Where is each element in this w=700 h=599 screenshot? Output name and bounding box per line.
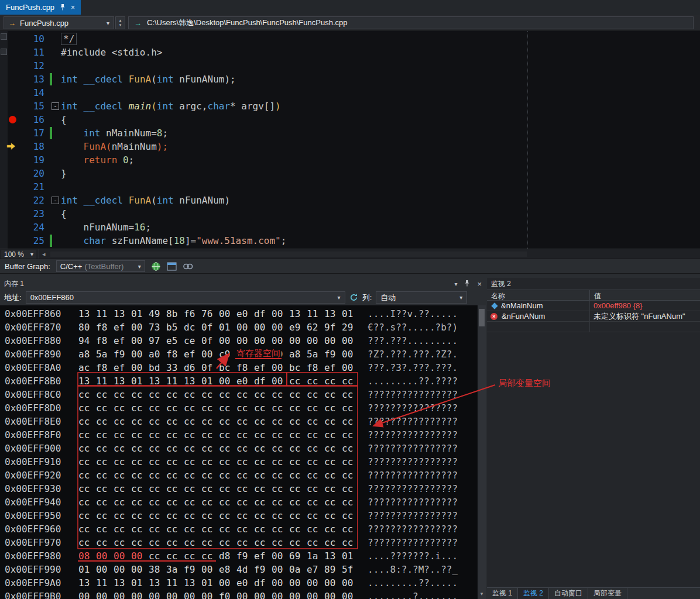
memory-byte[interactable]: cc [201,455,219,469]
memory-byte[interactable]: f8 [236,361,254,374]
memory-byte[interactable]: cc [78,428,96,442]
memory-byte[interactable]: e5 [166,334,184,347]
memory-byte[interactable]: cc [166,522,184,536]
memory-byte[interactable]: cc [114,509,131,522]
memory-byte[interactable]: cc [184,415,201,428]
memory-byte[interactable]: 00 [272,374,289,388]
memory-row[interactable]: 0x00EFF960cccccccccccccccccccccccccccccc… [0,522,478,536]
memory-row[interactable]: 0x00EFF940cccccccccccccccccccccccccccccc… [0,495,478,509]
memory-byte[interactable]: 00 [219,374,236,388]
memory-byte[interactable]: df [254,576,272,590]
memory-byte[interactable]: cc [236,482,254,495]
memory-byte[interactable]: cc [342,495,359,509]
memory-byte[interactable]: 00 [324,590,342,599]
memory-byte[interactable]: cc [324,442,342,455]
memory-byte[interactable]: ef [114,361,131,374]
memory-byte[interactable]: 00 [254,590,272,599]
memory-row[interactable]: 0x00EFF890a85af900a0f8ef00c9f8ef00a85af9… [0,347,478,361]
memory-byte[interactable]: cc [96,442,114,455]
memory-byte[interactable]: cc [166,455,184,469]
memory-byte[interactable]: 11 [166,576,184,590]
memory-byte[interactable]: 00 [149,590,166,599]
watch-name-cell[interactable]: &nMainNum [487,301,590,311]
close-icon[interactable]: × [71,4,75,11]
memory-byte[interactable]: cc [166,428,184,442]
memory-byte[interactable]: cc [272,388,289,401]
memory-byte[interactable]: cc [307,455,324,469]
memory-byte[interactable]: cc [96,509,114,522]
memory-byte[interactable]: 29 [342,321,359,334]
memory-byte[interactable]: 00 [342,334,359,347]
address-input[interactable]: 0x00EFF860 ▾ [26,291,345,304]
memory-byte[interactable]: 00 [114,549,131,563]
close-icon[interactable]: × [477,280,482,288]
memory-byte[interactable]: 00 [131,563,149,576]
memory-byte[interactable]: 94 [78,334,96,347]
memory-byte[interactable]: cc [166,482,184,495]
code-text[interactable]: int __cdecl main(int argc,char* argv[]) [61,99,281,113]
memory-byte[interactable]: 00 [324,334,342,347]
memory-byte[interactable]: cc [307,374,324,388]
memory-row[interactable]: 0x00EFF8D0cccccccccccccccccccccccccccccc… [0,401,478,415]
memory-byte[interactable]: cc [114,442,131,455]
memory-byte[interactable]: cc [201,549,219,563]
memory-byte[interactable]: cc [96,388,114,401]
memory-byte[interactable]: cc [78,388,96,401]
memory-byte[interactable]: cc [131,415,149,428]
memory-byte[interactable]: cc [254,401,272,415]
memory-byte[interactable]: a8 [289,347,307,361]
memory-byte[interactable]: df [254,374,272,388]
memory-byte[interactable]: cc [342,401,359,415]
memory-byte[interactable]: 01 [219,321,236,334]
memory-byte[interactable]: 00 [96,549,114,563]
memory-byte[interactable]: cc [114,415,131,428]
memory-byte[interactable]: 69 [289,549,307,563]
memory-row[interactable]: 0x00EFF8A0acf8ef00bd33d60fbcf8ef00bcf8ef… [0,361,478,374]
memory-byte[interactable]: cc [78,495,96,509]
memory-byte[interactable]: cc [236,495,254,509]
memory-byte[interactable]: 00 [307,576,324,590]
memory-byte[interactable]: 01 [342,549,359,563]
code-text[interactable]: int __cdecl FunA(int nFunANum) [61,194,230,207]
memory-byte[interactable]: cc [184,442,201,455]
memory-byte[interactable]: cc [289,509,307,522]
memory-byte[interactable]: 49 [149,307,166,321]
memory-byte[interactable]: cc [201,415,219,428]
memory-byte[interactable]: 8b [166,307,184,321]
memory-byte[interactable]: cc [236,388,254,401]
memory-byte[interactable]: 13 [289,307,307,321]
memory-byte[interactable]: ef [254,347,272,361]
navbar-stepper[interactable]: ▴ ▾ [115,16,125,29]
memory-byte[interactable]: 13 [324,307,342,321]
memory-byte[interactable]: 0f [201,334,219,347]
memory-byte[interactable]: cc [96,522,114,536]
memory-byte[interactable]: 3a [166,563,184,576]
memory-byte[interactable]: cc [254,415,272,428]
memory-byte[interactable]: cc [219,428,236,442]
watch-row[interactable]: &nMainNum0x00eff980 {8} [487,301,700,311]
memory-byte[interactable]: cc [307,536,324,549]
memory-byte[interactable]: cc [272,482,289,495]
memory-byte[interactable]: cc [78,455,96,469]
memory-row[interactable]: 0x00EFF87080f8ef0073b5dc0f01000000e9629f… [0,321,478,334]
memory-byte[interactable]: 00 [272,576,289,590]
memory-byte[interactable]: cc [114,482,131,495]
memory-byte[interactable]: cc [149,469,166,482]
memory-byte[interactable]: cc [307,522,324,536]
memory-byte[interactable]: 01 [131,374,149,388]
memory-byte[interactable]: ef [254,361,272,374]
memory-byte[interactable]: 00 [201,590,219,599]
memory-byte[interactable]: 5a [307,347,324,361]
memory-byte[interactable]: cc [149,442,166,455]
memory-byte[interactable]: cc [114,469,131,482]
memory-byte[interactable]: ce [184,334,201,347]
memory-byte[interactable]: cc [342,455,359,469]
code-text[interactable]: { [61,207,67,221]
memory-byte[interactable]: cc [166,469,184,482]
memory-byte[interactable]: cc [78,415,96,428]
memory-byte[interactable]: d8 [219,549,236,563]
memory-byte[interactable]: 00 [254,334,272,347]
memory-byte[interactable]: cc [324,415,342,428]
memory-byte[interactable]: a0 [149,347,166,361]
memory-byte[interactable]: cc [342,374,359,388]
